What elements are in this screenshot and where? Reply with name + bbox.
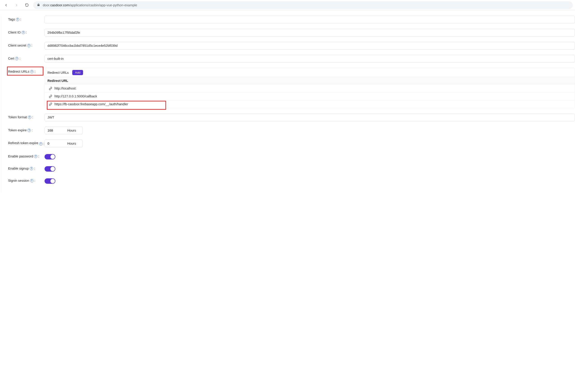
label-signin-session: Signin session ? :	[8, 177, 45, 182]
help-icon[interactable]: ?	[28, 115, 31, 119]
token-expire-input[interactable]	[45, 127, 67, 134]
label-token-format: Token format ? :	[8, 114, 45, 119]
cert-select[interactable]	[45, 55, 575, 63]
label-redirect-urls: Redirect URLs ? :	[8, 68, 45, 73]
link-icon	[49, 87, 52, 90]
label-client-id: Client ID ? :	[8, 29, 45, 34]
row-client-secret: Client secret ? :	[8, 42, 575, 49]
add-button[interactable]: Add	[72, 70, 83, 75]
help-icon[interactable]: ?	[30, 70, 34, 73]
label-enable-signup: Enable signup ? :	[8, 165, 45, 170]
help-icon[interactable]: ?	[27, 44, 31, 47]
client-secret-input[interactable]	[45, 42, 575, 49]
url-text: door.casdoor.com/applications/casbin/app…	[43, 3, 137, 7]
help-icon[interactable]: ?	[39, 142, 43, 145]
redirect-urls-panel: Redirect URLs Add Redirect URL http://lo…	[45, 68, 575, 108]
url-text: http://localhost:	[54, 87, 76, 90]
lock-icon	[37, 3, 40, 7]
refresh-expire-input[interactable]	[45, 140, 67, 147]
row-token-expire: Token expire ? : Hours	[8, 127, 575, 134]
row-client-id: Client ID ? :	[8, 29, 575, 36]
label-tags: Tags ? :	[8, 16, 45, 21]
row-refresh-expire: Refresh token expire ? : Hours	[8, 140, 575, 147]
token-format-select[interactable]	[45, 114, 575, 121]
url-row[interactable]: http://127.0.0.1:5000/callback	[45, 92, 575, 100]
help-icon[interactable]: ?	[15, 57, 19, 60]
refresh-expire-units: Hours	[67, 142, 83, 145]
token-expire-units: Hours	[67, 129, 83, 132]
row-token-format: Token format ? :	[8, 114, 575, 121]
table-header: Redirect URL	[45, 77, 575, 85]
url-text: https://fb-casdoor.firebaseapp.com/__/au…	[54, 102, 128, 106]
link-icon	[49, 103, 52, 106]
help-icon[interactable]: ?	[16, 18, 19, 21]
enable-signup-toggle[interactable]	[45, 166, 55, 172]
help-icon[interactable]: ?	[22, 31, 25, 34]
label-token-expire: Token expire ? :	[8, 127, 45, 132]
row-tags: Tags ? :	[8, 16, 575, 23]
row-redirect-urls: Redirect URLs ? : Redirect URLs Add Redi…	[8, 68, 575, 108]
signin-session-toggle[interactable]	[45, 178, 55, 184]
url-row[interactable]: https://fb-casdoor.firebaseapp.com/__/au…	[45, 100, 575, 108]
address-bar[interactable]: door.casdoor.com/applications/casbin/app…	[33, 1, 573, 9]
url-text: http://127.0.0.1:5000/callback	[54, 94, 97, 98]
tags-input[interactable]	[45, 16, 575, 23]
help-icon[interactable]: ?	[30, 167, 33, 170]
row-signin-session: Signin session ? :	[8, 177, 575, 184]
help-icon[interactable]: ?	[34, 155, 37, 158]
panel-title: Redirect URLs	[48, 71, 69, 74]
url-row[interactable]: http://localhost:	[45, 85, 575, 92]
reload-button[interactable]	[23, 1, 31, 9]
row-enable-password: Enable password ? :	[8, 153, 575, 160]
link-icon	[49, 95, 52, 98]
client-id-input[interactable]	[45, 29, 575, 36]
browser-chrome: door.casdoor.com/applications/casbin/app…	[0, 0, 575, 10]
forward-button[interactable]	[13, 1, 20, 9]
label-enable-password: Enable password ? :	[8, 153, 45, 158]
row-cert: Cert ? :	[8, 55, 575, 63]
label-cert: Cert ? :	[8, 55, 45, 60]
label-refresh-expire: Refresh token expire ? :	[8, 140, 45, 145]
back-button[interactable]	[2, 1, 10, 9]
help-icon[interactable]: ?	[27, 129, 31, 132]
help-icon[interactable]: ?	[30, 179, 34, 182]
label-client-secret: Client secret ? :	[8, 42, 45, 47]
row-enable-signup: Enable signup ? :	[8, 165, 575, 172]
enable-password-toggle[interactable]	[45, 154, 55, 160]
